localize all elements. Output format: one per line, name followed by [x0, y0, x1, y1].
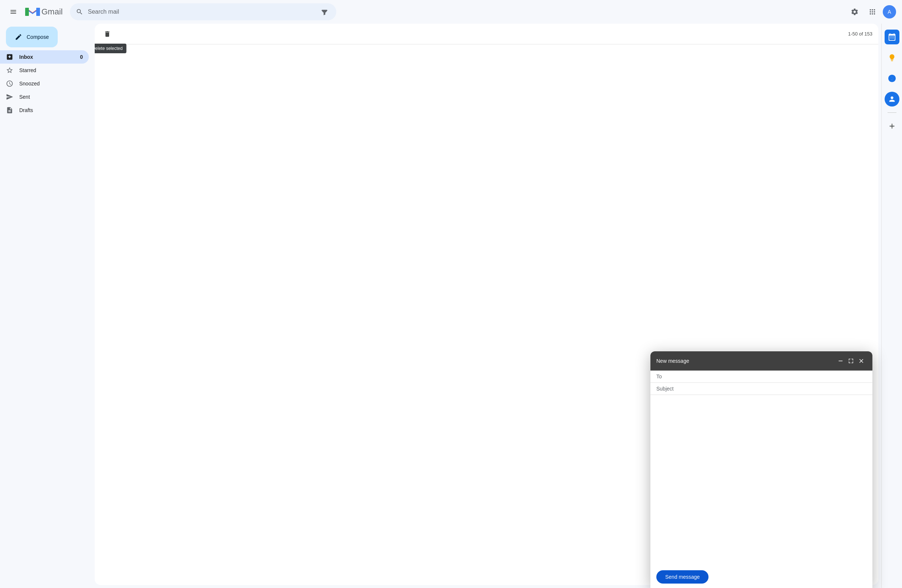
avatar: A: [888, 9, 891, 15]
add-button[interactable]: [885, 119, 899, 133]
sidebar-item-starred[interactable]: Starred: [0, 64, 89, 77]
compose-minimize-button[interactable]: [835, 356, 846, 366]
svg-rect-0: [25, 8, 29, 16]
calendar-button[interactable]: [885, 30, 899, 44]
sent-label: Sent: [19, 94, 83, 100]
snoozed-label: Snoozed: [19, 81, 83, 86]
right-panel: [881, 23, 902, 588]
compose-icon: [15, 33, 22, 41]
inbox-icon: [6, 53, 13, 61]
compose-label: Compose: [27, 34, 49, 40]
settings-button[interactable]: [847, 5, 862, 19]
subject-field-container: [650, 383, 872, 395]
search-input[interactable]: [88, 8, 314, 15]
toolbar: Delete selected 1-50 of 153: [95, 23, 879, 44]
sidebar-item-sent[interactable]: Sent: [0, 90, 89, 103]
menu-button[interactable]: [6, 5, 21, 19]
compose-header[interactable]: New message: [650, 351, 872, 371]
drafts-icon: [6, 106, 13, 114]
compose-title: New message: [656, 358, 835, 364]
inbox-badge: 0: [75, 54, 83, 60]
send-icon: [6, 93, 13, 100]
delete-btn-wrapper: Delete selected: [101, 27, 114, 41]
account-button[interactable]: A: [883, 5, 896, 19]
compose-footer: Send message: [650, 566, 872, 588]
sidebar-item-inbox[interactable]: Inbox 0: [0, 50, 89, 64]
star-icon: [6, 67, 13, 74]
compose-fullscreen-button[interactable]: [846, 356, 856, 366]
search-filter-button[interactable]: [319, 6, 330, 18]
header-right: A: [847, 5, 896, 19]
top-header: Gmail A: [0, 0, 902, 23]
send-button[interactable]: Send message: [656, 570, 708, 583]
keep-button[interactable]: [885, 50, 899, 65]
drafts-label: Drafts: [19, 107, 83, 113]
sidebar: Compose Inbox 0 Starred: [0, 23, 95, 588]
sidebar-item-snoozed[interactable]: Snoozed: [0, 77, 89, 90]
to-field-container: [650, 371, 872, 383]
logo-text: Gmail: [41, 7, 63, 17]
subject-field[interactable]: [656, 386, 866, 392]
delete-button[interactable]: [101, 27, 114, 41]
compose-button[interactable]: Compose: [6, 27, 58, 47]
gmail-logo[interactable]: Gmail: [25, 5, 63, 19]
compose-body-container: [650, 395, 872, 566]
to-field[interactable]: [656, 374, 866, 379]
compose-window: New message Send message: [650, 351, 872, 588]
sidebar-item-drafts[interactable]: Drafts: [0, 103, 89, 117]
snooze-icon: [6, 80, 13, 87]
compose-close-button[interactable]: [856, 356, 866, 366]
search-bar: [70, 3, 336, 20]
apps-button[interactable]: [865, 5, 880, 19]
tasks-button[interactable]: [885, 71, 899, 86]
contacts-button[interactable]: [885, 92, 899, 106]
search-icon: [76, 8, 83, 16]
compose-body[interactable]: [656, 398, 866, 563]
svg-rect-1: [36, 8, 40, 16]
starred-label: Starred: [19, 67, 83, 73]
pagination-info: 1-50 of 153: [848, 31, 872, 37]
divider: [888, 113, 896, 113]
inbox-label: Inbox: [19, 54, 70, 60]
